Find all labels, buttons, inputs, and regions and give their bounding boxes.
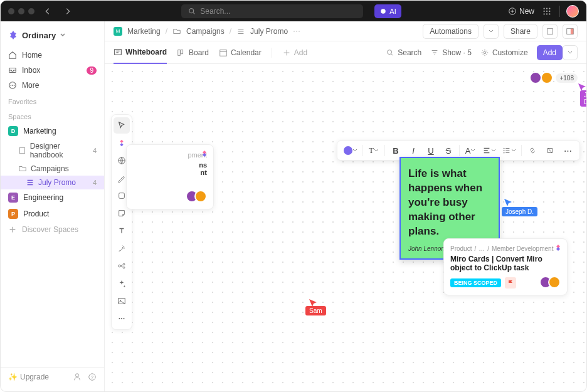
status-tag[interactable]: BEING SCOPED (450, 278, 501, 287)
invite-icon[interactable] (73, 373, 82, 381)
new-button[interactable]: New (508, 7, 534, 16)
search-icon (188, 7, 196, 16)
flag-icon[interactable] (505, 277, 516, 289)
svg-text:?: ? (91, 375, 93, 379)
tab-whiteboard[interactable]: Whiteboard (114, 42, 167, 64)
more-count[interactable]: +108 (556, 73, 578, 83)
tab-calendar[interactable]: Calendar (219, 41, 262, 63)
discover-spaces[interactable]: Discover Spaces (1, 222, 104, 237)
search-input[interactable]: Search... (181, 4, 363, 18)
svg-point-6 (544, 10, 545, 11)
filter-icon (430, 48, 439, 57)
clickup-icon (554, 244, 562, 252)
breadcrumb-space-icon: M (114, 27, 122, 36)
svg-point-18 (75, 374, 78, 377)
search-button[interactable]: Search (386, 48, 421, 57)
list-july-promo[interactable]: July Promo 4 (1, 176, 104, 189)
color-picker[interactable] (341, 142, 360, 159)
nav-forward-button[interactable] (61, 4, 75, 18)
inbox-icon (8, 66, 17, 75)
text-style[interactable]: T (366, 142, 382, 159)
tool-connector[interactable] (114, 240, 130, 257)
sidebar-more[interactable]: More (1, 78, 104, 93)
svg-point-4 (546, 8, 547, 9)
whiteboard-canvas[interactable]: +108 John Doe Joseph D. Sam (105, 64, 586, 391)
help-icon[interactable]: ? (88, 373, 97, 381)
sidebar-footer: ✨ Upgrade ? (1, 367, 104, 386)
share-button[interactable]: Share (504, 24, 537, 39)
tab-board[interactable]: Board (177, 41, 209, 63)
avatar (541, 72, 553, 84)
search-placeholder: Search... (200, 7, 230, 16)
breadcrumb-space[interactable]: Marketing (127, 27, 161, 36)
calendar-icon (219, 48, 228, 57)
automations-dropdown[interactable] (484, 24, 499, 39)
folder-designer-handbook[interactable]: Designer handbook 4 (1, 139, 104, 162)
add-view-button[interactable]: Add (282, 41, 307, 63)
sticky-text[interactable]: Life is what happens when you're busy ma… (408, 167, 491, 239)
workspace-switcher[interactable]: Ordinary (1, 26, 104, 44)
task-card[interactable]: pment ns nt (126, 144, 214, 209)
link-button[interactable] (524, 142, 541, 159)
new-label: New (519, 7, 534, 16)
svg-point-38 (121, 318, 122, 319)
svg-point-11 (549, 13, 550, 14)
avatar (194, 190, 207, 203)
space-icon: P (8, 209, 18, 219)
unlink-button[interactable] (542, 142, 558, 159)
list-button[interactable] (500, 142, 519, 159)
tool-relation[interactable] (114, 258, 130, 274)
card-title: Miro Cards | Convert Miro object to Clic… (450, 255, 561, 272)
panel-icon[interactable] (563, 24, 578, 39)
sparkle-icon (379, 8, 387, 15)
folder-campaigns[interactable]: Campaigns (1, 162, 104, 176)
space-product[interactable]: P Product (1, 206, 104, 222)
show-button[interactable]: Show · 5 (430, 48, 472, 57)
svg-point-7 (546, 10, 547, 11)
cursor-label-joseph: Joseph D. (502, 207, 537, 216)
apps-grid-icon[interactable] (541, 5, 553, 18)
svg-point-3 (544, 8, 545, 9)
sidebar-home[interactable]: Home (1, 48, 104, 63)
window-controls[interactable] (8, 8, 34, 14)
nav-back-button[interactable] (41, 4, 55, 18)
space-icon: D (8, 126, 18, 136)
notification-icon[interactable] (542, 24, 558, 39)
svg-point-37 (119, 318, 120, 319)
user-avatar[interactable] (566, 5, 579, 18)
presence-avatars[interactable]: +108 (533, 72, 578, 84)
svg-point-39 (123, 318, 124, 319)
svg-point-32 (119, 265, 121, 267)
tool-select[interactable] (114, 117, 130, 134)
svg-point-34 (123, 267, 125, 268)
svg-point-5 (549, 8, 550, 9)
upgrade-button[interactable]: ✨ Upgrade (8, 373, 49, 381)
space-engineering[interactable]: E Engineering (1, 189, 104, 206)
titlebar: Search... AI New (1, 1, 586, 21)
svg-rect-21 (547, 28, 553, 34)
tool-more[interactable] (114, 310, 130, 327)
plus-icon (282, 48, 291, 57)
sidebar-inbox[interactable]: Inbox 9 (1, 63, 104, 78)
add-dropdown[interactable] (563, 45, 578, 60)
customize-button[interactable]: Customize (480, 48, 528, 57)
ai-button[interactable]: AI (374, 4, 401, 18)
svg-rect-17 (19, 147, 24, 154)
board-icon (177, 48, 186, 57)
space-marketing[interactable]: D Marketing (1, 123, 104, 139)
list-icon (236, 27, 245, 36)
automations-button[interactable]: Automations (423, 24, 479, 39)
tool-text[interactable] (114, 223, 130, 239)
color-dot (344, 146, 352, 155)
tool-ai[interactable] (114, 275, 130, 292)
svg-rect-23 (571, 28, 573, 34)
breadcrumb-folder[interactable]: Campaigns (186, 27, 225, 36)
tool-image[interactable] (114, 293, 130, 309)
svg-point-8 (549, 10, 550, 11)
breadcrumb-more[interactable]: ⋯ (293, 27, 300, 36)
svg-point-15 (12, 85, 13, 86)
more-format[interactable]: ⋯ (559, 142, 576, 159)
breadcrumb-list[interactable]: July Promo (250, 27, 288, 36)
task-card-right[interactable]: Product/ …/ Member Development Miro Card… (443, 238, 568, 295)
add-button[interactable]: Add (537, 45, 563, 60)
